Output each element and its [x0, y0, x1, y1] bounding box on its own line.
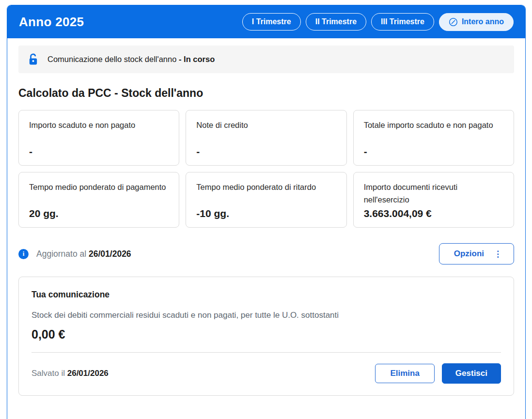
updated-at-text: Aggiornato al 26/01/2026: [36, 249, 131, 259]
stat-card-tempo-ritardo: Tempo medio ponderato di ritardo -10 gg.: [186, 172, 346, 228]
tab-trimestre-2[interactable]: II Trimestre: [306, 13, 366, 31]
stat-value: 3.663.004,09 €: [364, 208, 503, 219]
tab-label: II Trimestre: [315, 17, 357, 26]
stat-label: Importo scaduto e non pagato: [29, 119, 169, 132]
quarter-tabs: I Trimestre II Trimestre III Trimestre I…: [242, 13, 514, 31]
updated-at-prefix: Aggiornato al: [36, 249, 86, 259]
updated-at-date: 26/01/2026: [89, 249, 131, 259]
status-badge: - In corso: [179, 55, 215, 63]
updated-at: i Aggiornato al 26/01/2026: [18, 249, 131, 259]
delete-button[interactable]: Elimina: [375, 364, 434, 383]
communication-footer: Salvato il 26/01/2026 Elimina Gestisci: [31, 363, 501, 384]
stat-label: Importo documenti ricevuti nell'esercizi…: [364, 181, 503, 206]
stat-value: 20 gg.: [29, 208, 169, 219]
communication-card: Tua comunicazione Stock dei debiti comme…: [18, 277, 514, 396]
stat-value: -: [29, 146, 169, 157]
tab-intero-anno[interactable]: Intero anno: [439, 13, 514, 31]
status-banner-label: Comunicazione dello stock dell'anno: [47, 55, 176, 63]
tab-label: Intero anno: [462, 17, 504, 26]
stat-value: -10 gg.: [196, 208, 336, 219]
stat-card-totale-importo: Totale importo scaduto e non pagato -: [353, 110, 514, 166]
info-icon: i: [18, 249, 29, 259]
saved-at-text: Salvato il 26/01/2026: [31, 369, 109, 378]
year-panel: Anno 2025 I Trimestre II Trimestre III T…: [7, 5, 526, 419]
edit-circle-icon: [449, 17, 458, 27]
manage-button[interactable]: Gestisci: [442, 363, 501, 384]
stat-label: Tempo medio ponderato di ritardo: [196, 181, 336, 194]
saved-at-prefix: Salvato il: [31, 369, 65, 378]
kebab-menu-icon: ⋮: [494, 250, 502, 258]
saved-at-date: 26/01/2026: [67, 369, 109, 378]
communication-amount: 0,00 €: [31, 327, 501, 341]
stat-label: Note di credito: [196, 119, 336, 132]
options-button[interactable]: Opzioni ⋮: [439, 243, 514, 264]
options-button-label: Opzioni: [454, 249, 484, 259]
stat-card-importo-scaduto: Importo scaduto e non pagato -: [18, 110, 179, 166]
status-banner: Comunicazione dello stock dell'anno - In…: [18, 46, 514, 73]
communication-description: Stock dei debiti commerciali residui sca…: [31, 310, 501, 320]
stat-value: -: [364, 146, 503, 157]
update-row: i Aggiornato al 26/01/2026 Opzioni ⋮: [18, 243, 514, 265]
stat-card-importo-documenti: Importo documenti ricevuti nell'esercizi…: [353, 172, 514, 228]
stat-card-note-credito: Note di credito -: [186, 110, 346, 166]
tab-trimestre-1[interactable]: I Trimestre: [242, 13, 301, 31]
panel-content: Comunicazione dello stock dell'anno - In…: [7, 38, 525, 396]
stats-grid: Importo scaduto e non pagato - Note di c…: [18, 110, 514, 228]
tab-label: III Trimestre: [381, 17, 424, 26]
divider: [31, 352, 501, 353]
page-title: Anno 2025: [19, 15, 84, 30]
tab-trimestre-3[interactable]: III Trimestre: [371, 13, 434, 31]
stat-label: Totale importo scaduto e non pagato: [364, 119, 503, 132]
communication-actions: Elimina Gestisci: [375, 363, 501, 384]
tab-label: I Trimestre: [252, 17, 291, 26]
unlock-icon: [27, 53, 39, 66]
stat-card-tempo-pagamento: Tempo medio ponderato di pagamento 20 gg…: [18, 172, 179, 228]
section-title: Calcolato da PCC - Stock dell'anno: [18, 87, 514, 100]
year-header: Anno 2025 I Trimestre II Trimestre III T…: [7, 5, 525, 38]
stat-value: -: [196, 146, 336, 157]
status-banner-text: Comunicazione dello stock dell'anno - In…: [47, 55, 215, 64]
stat-label: Tempo medio ponderato di pagamento: [29, 181, 169, 194]
communication-title: Tua comunicazione: [31, 290, 501, 300]
